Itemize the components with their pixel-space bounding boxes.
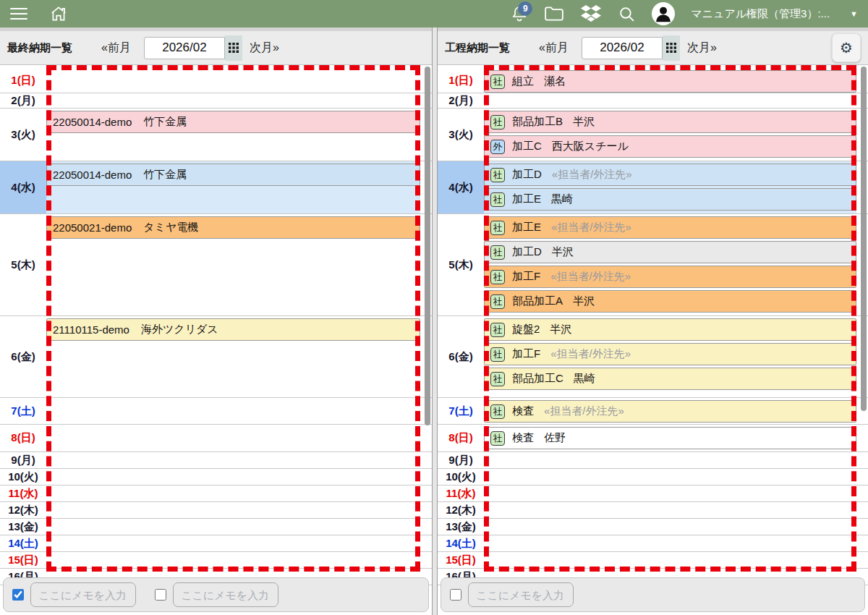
date-label: 12(木)	[438, 502, 484, 518]
process-name: 加工D	[512, 168, 542, 182]
calendar-picker-icon[interactable]	[225, 35, 242, 61]
memo-input[interactable]	[173, 582, 278, 607]
client-name: 竹下金属	[143, 115, 187, 129]
internal-badge: 社	[490, 270, 505, 284]
order-code: 22050014-demo	[53, 116, 132, 128]
folder-icon[interactable]	[544, 5, 564, 22]
internal-badge: 社	[490, 75, 505, 89]
date-label: 7(土)	[0, 398, 46, 424]
home-icon[interactable]	[49, 4, 68, 23]
day-events-area	[484, 469, 856, 485]
calendar-row: 13(金)	[0, 519, 432, 535]
internal-badge: 社	[490, 168, 505, 182]
day-events-area	[484, 552, 856, 568]
memo-input[interactable]	[468, 582, 574, 607]
day-events-area	[46, 535, 420, 551]
date-label: 4(水)	[438, 161, 484, 213]
memo-input[interactable]	[30, 582, 136, 607]
person-name: 黒崎	[551, 192, 573, 206]
event-bar[interactable]: 社部品加工A半沢	[484, 290, 856, 313]
avatar[interactable]	[652, 2, 675, 25]
month-input[interactable]	[144, 37, 225, 59]
main-content: 最終納期一覧 «前月 次月» 1(日)2(月)3(火)22050014-demo…	[0, 27, 868, 615]
event-bar[interactable]: 社加工D半沢	[484, 241, 856, 263]
event-bar[interactable]: 22050014-demo竹下金属	[46, 164, 420, 186]
calendar-row: 15(日)	[0, 552, 432, 569]
calendar-row: 7(土)社検査«担当者/外注先»	[438, 398, 868, 425]
process-name: 加工E	[512, 221, 541, 234]
menu-icon[interactable]	[10, 8, 27, 20]
date-label: 10(火)	[438, 469, 484, 485]
internal-badge: 社	[490, 221, 505, 235]
day-events-area	[484, 452, 856, 468]
calendar-row: 4(水)22050014-demo竹下金属	[0, 161, 432, 214]
memo-checkbox[interactable]	[12, 589, 24, 601]
event-bar[interactable]: 22050021-demoタミヤ電機	[46, 216, 420, 239]
internal-badge: 社	[490, 245, 505, 260]
person-name: «担当者/外注先»	[550, 347, 631, 361]
event-bar[interactable]: 外加工C西大阪スチール	[484, 135, 856, 158]
day-events-area: 社加工E«担当者/外注先»社加工D半沢社加工F«担当者/外注先»社部品加工A半沢	[484, 214, 856, 315]
calendar-row: 12(木)	[0, 502, 432, 519]
memo-checkbox[interactable]	[155, 589, 166, 601]
prev-month-button[interactable]: «前月	[539, 41, 569, 56]
day-events-area	[484, 519, 856, 535]
final-deadline-panel-header: 最終納期一覧 «前月 次月»	[0, 27, 432, 65]
date-label: 11(水)	[438, 485, 484, 501]
calendar-picker-icon[interactable]	[663, 35, 680, 61]
event-bar[interactable]: 社部品加工B半沢	[484, 111, 856, 133]
calendar-row: 7(土)	[0, 398, 432, 425]
day-events-area: 22050014-demo竹下金属	[46, 109, 420, 161]
internal-badge: 社	[490, 431, 505, 446]
internal-badge: 社	[490, 115, 505, 130]
scrollbar[interactable]	[425, 67, 430, 425]
calendar-row: 14(土)	[0, 535, 432, 552]
user-label[interactable]: マニュアル権限（管理3）:...	[691, 7, 830, 21]
date-label: 12(木)	[0, 502, 46, 518]
day-events-area	[46, 485, 420, 501]
next-month-button[interactable]: 次月»	[250, 41, 279, 56]
date-label: 13(金)	[0, 519, 46, 535]
day-events-area	[46, 552, 420, 568]
person-name: «担当者/外注先»	[551, 221, 631, 234]
date-label: 4(水)	[0, 161, 46, 213]
event-bar[interactable]: 社旋盤2半沢	[484, 318, 856, 341]
day-events-area	[46, 425, 420, 451]
event-bar[interactable]: 社加工F«担当者/外注先»	[484, 343, 856, 365]
event-bar[interactable]: 21110115-demo海外ツクリダス	[46, 318, 420, 341]
event-bar[interactable]: 社組立瀬名	[484, 70, 856, 93]
date-label: 6(金)	[438, 316, 484, 397]
date-label: 15(日)	[438, 552, 484, 568]
dropbox-icon[interactable]	[580, 4, 602, 23]
event-bar[interactable]: 22050014-demo竹下金属	[46, 111, 420, 133]
process-deadline-panel: 工程納期一覧 «前月 次月» ⚙ 1(日)社組立瀬名2(月)3(火)社部品加工B…	[437, 27, 868, 615]
process-name: 部品加工C	[512, 372, 563, 386]
event-bar[interactable]: 社加工D«担当者/外注先»	[484, 164, 856, 186]
search-icon[interactable]	[618, 5, 636, 23]
day-events-area: 社検査«担当者/外注先»	[484, 398, 856, 424]
day-events-area	[46, 68, 420, 93]
event-bar[interactable]: 社検査佐野	[484, 427, 856, 449]
person-name: 半沢	[550, 323, 571, 336]
chevron-down-icon[interactable]: ▼	[850, 9, 858, 18]
event-bar[interactable]: 社加工F«担当者/外注先»	[484, 266, 856, 288]
process-name: 加工E	[512, 192, 541, 206]
event-bar[interactable]: 社部品加工C黒崎	[484, 368, 856, 390]
calendar-row: 9(月)	[0, 452, 432, 469]
memo-checkbox[interactable]	[450, 589, 461, 601]
calendar-row: 3(火)22050014-demo竹下金属	[0, 109, 432, 161]
calendar-row: 11(水)	[0, 485, 432, 502]
event-bar[interactable]: 社加工E«担当者/外注先»	[484, 216, 856, 239]
prev-month-button[interactable]: «前月	[101, 41, 131, 56]
date-label: 3(火)	[438, 109, 484, 161]
gear-icon[interactable]: ⚙	[832, 33, 861, 62]
bell-icon[interactable]: 9	[511, 4, 528, 23]
process-name: 部品加工A	[512, 294, 563, 308]
day-events-area	[484, 502, 856, 518]
month-input[interactable]	[582, 37, 663, 59]
scrollbar[interactable]	[861, 67, 867, 411]
process-name: 検査	[512, 404, 534, 418]
next-month-button[interactable]: 次月»	[687, 41, 717, 56]
event-bar[interactable]: 社検査«担当者/外注先»	[484, 400, 856, 423]
event-bar[interactable]: 社加工E黒崎	[484, 188, 856, 211]
